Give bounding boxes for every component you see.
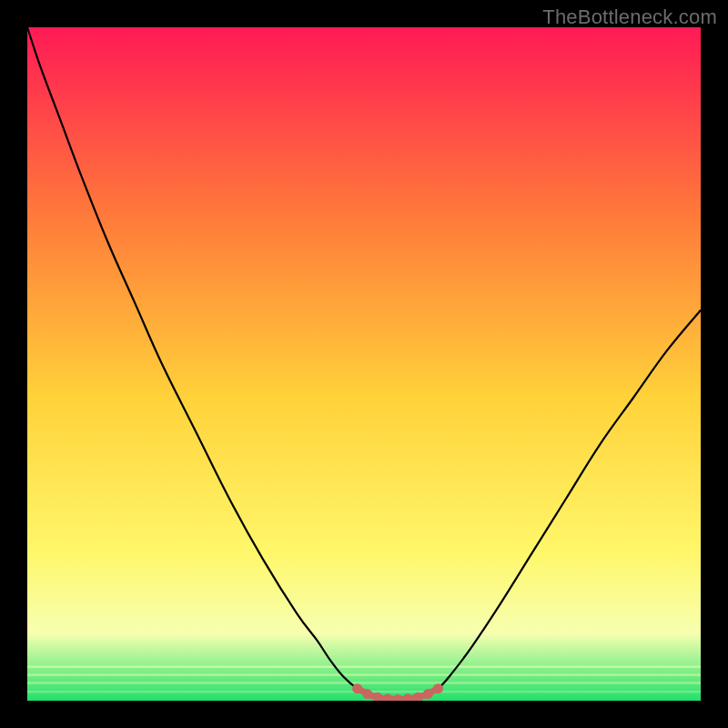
optimal-marker (433, 683, 443, 693)
watermark-text: TheBottleneck.com (542, 5, 717, 29)
green-band (27, 682, 701, 683)
green-band (27, 673, 701, 675)
optimal-marker (423, 689, 433, 699)
optimal-marker (362, 689, 372, 699)
green-band (27, 666, 701, 668)
chart-frame: TheBottleneck.com (0, 0, 728, 728)
gradient-background (27, 27, 701, 701)
optimal-marker (352, 683, 362, 693)
chart-svg (27, 27, 701, 701)
plot-area (27, 27, 701, 701)
